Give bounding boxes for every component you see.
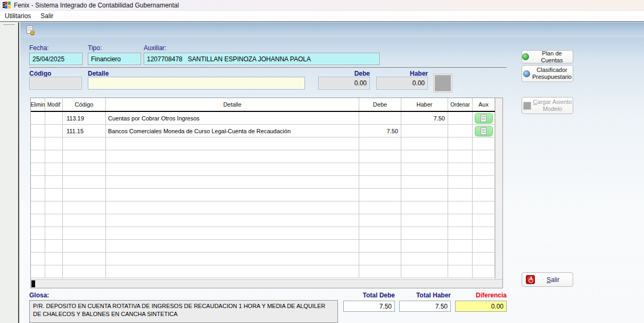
cell-ordenar[interactable] bbox=[448, 150, 473, 163]
grid-data-row[interactable]: 113.19Cuentas por Cobrar Otros Ingresos7… bbox=[31, 112, 495, 125]
debe-input[interactable]: 0.00 bbox=[318, 77, 370, 90]
cell-debe bbox=[359, 201, 401, 214]
separator-line bbox=[29, 67, 507, 68]
grid-empty-row[interactable] bbox=[31, 253, 495, 265]
grid-data-row[interactable]: 111.15Bancos Comerciales Moneda de Curso… bbox=[31, 125, 495, 138]
cell-detalle bbox=[106, 240, 359, 252]
cell-modif[interactable] bbox=[45, 265, 63, 278]
cell-debe bbox=[359, 253, 401, 265]
splitter-grip[interactable] bbox=[3, 25, 15, 26]
cell-detalle bbox=[106, 214, 359, 227]
grid-empty-row[interactable] bbox=[31, 150, 495, 163]
tipo-field[interactable]: Financiero bbox=[88, 53, 141, 65]
cell-haber bbox=[401, 150, 448, 163]
cell-modif[interactable] bbox=[45, 138, 63, 150]
cell-modif[interactable] bbox=[45, 150, 63, 163]
cell-elimin[interactable] bbox=[31, 265, 45, 278]
cell-modif[interactable] bbox=[45, 125, 63, 137]
cell-elimin[interactable] bbox=[31, 201, 45, 214]
cell-aux bbox=[473, 112, 495, 124]
cell-modif[interactable] bbox=[45, 189, 63, 201]
glosa-textarea[interactable]: P/R. DEPOSITO EN CUENTA ROTATIVA DE INGR… bbox=[29, 300, 338, 323]
cell-ordenar[interactable] bbox=[448, 189, 473, 201]
plan-de-cuentas-button[interactable]: Plan de Cuentas bbox=[522, 50, 573, 63]
grid-empty-row[interactable] bbox=[31, 240, 495, 253]
cell-modif[interactable] bbox=[45, 176, 63, 188]
grid-empty-row[interactable] bbox=[31, 163, 495, 176]
cell-codigo bbox=[63, 214, 106, 227]
cell-modif[interactable] bbox=[45, 163, 63, 175]
cell-ordenar[interactable] bbox=[448, 265, 473, 278]
cargar-asiento-modelo-button[interactable]: Cargar Asiento Modelo bbox=[522, 97, 573, 114]
cell-aux bbox=[473, 125, 495, 137]
cell-ordenar[interactable] bbox=[448, 138, 473, 150]
menu-utilitarios[interactable]: Utilitarios bbox=[0, 11, 36, 21]
entries-grid: Elimin Modif Código Detalle Debe Haber O… bbox=[30, 98, 503, 288]
cargar-label-line2: Modelo bbox=[533, 106, 572, 112]
grid-vertical-scrollbar[interactable] bbox=[495, 98, 502, 279]
cell-detalle bbox=[106, 201, 359, 214]
cell-elimin[interactable] bbox=[31, 240, 45, 252]
menu-salir[interactable]: Salir bbox=[36, 11, 58, 21]
cell-modif[interactable] bbox=[45, 201, 63, 214]
horizontal-scrollbar-thumb[interactable] bbox=[31, 280, 35, 287]
cell-modif[interactable] bbox=[45, 112, 63, 124]
detalle-input[interactable] bbox=[88, 77, 305, 90]
grid-empty-row[interactable] bbox=[31, 214, 495, 227]
cell-ordenar[interactable] bbox=[448, 227, 473, 239]
cell-debe bbox=[359, 112, 401, 124]
cell-codigo: 111.15 bbox=[63, 125, 106, 137]
grid-empty-row[interactable] bbox=[31, 189, 495, 201]
grid-horizontal-scrollbar[interactable] bbox=[31, 279, 502, 288]
grid-empty-row[interactable] bbox=[31, 265, 495, 278]
cell-detalle bbox=[106, 138, 359, 150]
grid-empty-row[interactable] bbox=[31, 201, 495, 214]
cell-codigo bbox=[63, 176, 106, 188]
salir-button[interactable]: Salir bbox=[522, 272, 573, 287]
cell-codigo bbox=[63, 227, 106, 239]
grid-empty-row[interactable] bbox=[31, 227, 495, 240]
cell-elimin[interactable] bbox=[31, 125, 45, 137]
cell-elimin[interactable] bbox=[31, 163, 45, 175]
cell-aux bbox=[473, 253, 495, 265]
cell-modif[interactable] bbox=[45, 227, 63, 239]
cell-ordenar[interactable] bbox=[448, 201, 473, 214]
cell-elimin[interactable] bbox=[31, 138, 45, 150]
cell-detalle bbox=[106, 253, 359, 265]
auxiliar-field[interactable]: 1207708478 SANTILLAN ESPINOZA JOHANNA PA… bbox=[144, 53, 379, 65]
cell-ordenar[interactable] bbox=[448, 214, 473, 227]
codigo-input[interactable] bbox=[29, 77, 82, 90]
add-entry-button[interactable] bbox=[434, 74, 452, 92]
cell-modif[interactable] bbox=[45, 253, 63, 265]
aux-button[interactable] bbox=[475, 126, 493, 136]
new-entry-toolbar-button[interactable] bbox=[23, 24, 37, 36]
salir-button-label: Salir bbox=[547, 276, 559, 284]
cell-modif[interactable] bbox=[45, 214, 63, 227]
cell-ordenar[interactable] bbox=[448, 253, 473, 265]
cell-elimin[interactable] bbox=[31, 227, 45, 239]
haber-input[interactable]: 0.00 bbox=[376, 77, 428, 90]
cell-haber bbox=[401, 214, 448, 227]
cell-elimin[interactable] bbox=[31, 253, 45, 265]
cell-debe bbox=[359, 176, 401, 188]
cell-ordenar[interactable] bbox=[448, 240, 473, 252]
grid-empty-row[interactable] bbox=[31, 176, 495, 189]
cell-elimin[interactable] bbox=[31, 214, 45, 227]
grid-empty-row[interactable] bbox=[31, 138, 495, 150]
cell-codigo bbox=[63, 253, 106, 265]
cell-elimin[interactable] bbox=[31, 189, 45, 201]
left-splitter-panel[interactable] bbox=[0, 22, 19, 323]
cell-aux bbox=[473, 227, 495, 239]
cell-elimin[interactable] bbox=[31, 176, 45, 188]
cell-debe bbox=[359, 214, 401, 227]
aux-button[interactable] bbox=[475, 113, 493, 124]
fecha-field[interactable]: 25/04/2025 bbox=[29, 53, 82, 65]
cell-ordenar[interactable] bbox=[448, 125, 473, 137]
cell-modif[interactable] bbox=[45, 240, 63, 252]
cell-elimin[interactable] bbox=[31, 112, 45, 124]
cell-ordenar[interactable] bbox=[448, 112, 473, 124]
cell-ordenar[interactable] bbox=[448, 163, 473, 175]
cell-elimin[interactable] bbox=[31, 150, 45, 163]
cell-ordenar[interactable] bbox=[448, 176, 473, 188]
clasificador-presupuestario-button[interactable]: Clasificador Presupuestario bbox=[522, 65, 573, 82]
